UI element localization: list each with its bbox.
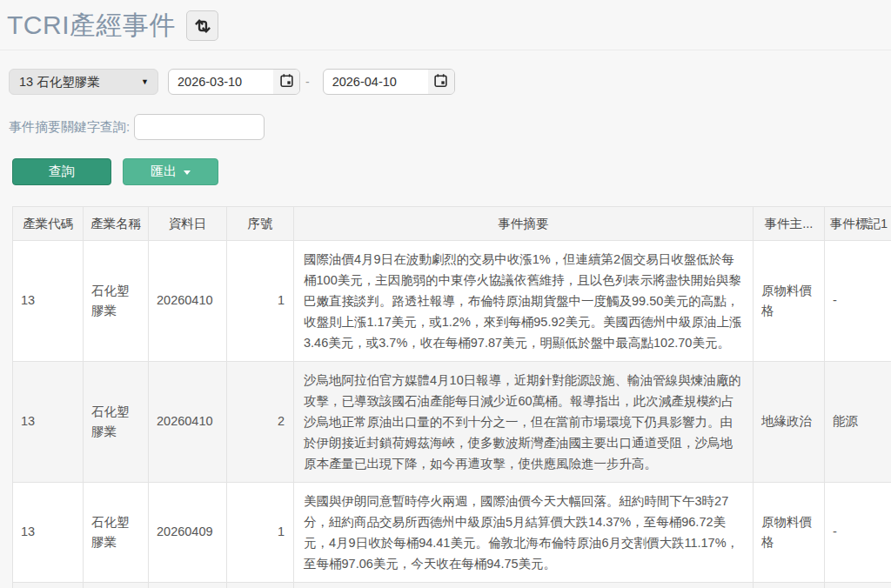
cell-industry: 石化塑膠業 — [84, 241, 149, 362]
cell-date: 20260410 — [149, 362, 227, 483]
keyword-row: 事件摘要關鍵字查詢: — [9, 114, 891, 140]
header-industry-code: 產業代碼 — [13, 207, 84, 241]
keyword-label: 事件摘要關鍵字查詢: — [9, 119, 130, 136]
date-from-input[interactable] — [169, 70, 273, 94]
cell-tag1: - — [825, 483, 891, 583]
cell-code: 13 — [13, 241, 84, 362]
chevron-down-icon — [184, 170, 191, 175]
export-button[interactable]: 匯出 — [123, 158, 218, 185]
export-button-label: 匯出 — [151, 164, 177, 180]
header-seq: 序號 — [227, 207, 294, 241]
cell-tag1: 能源 — [825, 362, 891, 483]
date-range-separator: - — [305, 75, 310, 89]
cell-summary: 高盛表示，若荷姆茲海峽再關閉一個月，今年的布蘭特原油均價預料將突破每桶100美元… — [294, 583, 754, 588]
event-table-wrap: 產業代碼 產業名稱 資料日 序號 事件摘要 事件主... 事件標記1 13石化塑… — [12, 206, 891, 588]
table-row: 13石化塑膠業202604101國際油價4月9日在波動劇烈的交易中收漲1%，但連… — [13, 241, 891, 362]
cell-tag1: 能源 — [825, 583, 891, 588]
table-row: 13石化塑膠業202604091美國與伊朗同意暫時停火兩週，國際油價今天大幅回落… — [13, 483, 891, 583]
query-button[interactable]: 查詢 — [12, 158, 111, 185]
industry-select[interactable]: 13 石化塑膠業 ▼ — [9, 69, 158, 95]
date-to-calendar-button[interactable] — [428, 70, 454, 94]
cell-subject: 原物料價格 — [754, 241, 825, 362]
page-title: TCRI產經事件 — [7, 8, 176, 43]
cell-code: 13 — [13, 583, 84, 588]
cell-seq: 2 — [227, 583, 294, 588]
cell-date: 20260409 — [149, 483, 227, 583]
table-header-row: 產業代碼 產業名稱 資料日 序號 事件摘要 事件主... 事件標記1 — [13, 207, 891, 241]
date-to-group — [323, 69, 455, 95]
cell-code: 13 — [13, 362, 84, 483]
cell-subject: 原物料價格 — [754, 483, 825, 583]
cell-industry: 石化塑膠業 — [84, 583, 149, 588]
cell-seq: 1 — [227, 483, 294, 583]
date-to-input[interactable] — [324, 70, 428, 94]
header-event-tag1: 事件標記1 — [825, 207, 891, 241]
event-table: 產業代碼 產業名稱 資料日 序號 事件摘要 事件主... 事件標記1 13石化塑… — [12, 206, 891, 588]
date-from-group — [168, 69, 300, 95]
date-from-calendar-button[interactable] — [273, 70, 299, 94]
cell-subject: 地緣政治 — [754, 583, 825, 588]
cell-industry: 石化塑膠業 — [84, 362, 149, 483]
refresh-button[interactable] — [186, 10, 218, 41]
header-industry-name: 產業名稱 — [84, 207, 149, 241]
header-event-subject: 事件主... — [754, 207, 825, 241]
keyword-input[interactable] — [134, 114, 265, 140]
industry-select-value: 13 石化塑膠業 — [19, 74, 141, 90]
cell-subject: 地緣政治 — [754, 362, 825, 483]
page-header: TCRI產經事件 — [0, 0, 891, 50]
cell-date: 20260410 — [149, 241, 227, 362]
cell-summary: 沙烏地阿拉伯官方媒體4月10日報導，近期針對能源設施、輸油管線與煉油廠的攻擊，已… — [294, 362, 754, 483]
header-event-summary: 事件摘要 — [294, 207, 754, 241]
cell-date: 20260409 — [149, 583, 227, 588]
cell-summary: 國際油價4月9日在波動劇烈的交易中收漲1%，但連續第2個交易日收盤低於每桶100… — [294, 241, 754, 362]
calendar-icon — [279, 73, 294, 91]
chevron-down-icon: ▼ — [141, 77, 149, 86]
header-data-date: 資料日 — [149, 207, 227, 241]
repeat-icon — [193, 17, 212, 36]
cell-summary: 美國與伊朗同意暫時停火兩週，國際油價今天大幅回落。紐約時間下午3時27分，紐約商… — [294, 483, 754, 583]
table-body: 13石化塑膠業202604101國際油價4月9日在波動劇烈的交易中收漲1%，但連… — [13, 241, 891, 588]
cell-seq: 2 — [227, 362, 294, 483]
cell-seq: 1 — [227, 241, 294, 362]
table-row: 13石化塑膠業202604092高盛表示，若荷姆茲海峽再關閉一個月，今年的布蘭特… — [13, 583, 891, 588]
calendar-icon — [433, 73, 448, 91]
cell-code: 13 — [13, 483, 84, 583]
cell-industry: 石化塑膠業 — [84, 483, 149, 583]
button-row: 查詢 匯出 — [12, 158, 891, 185]
filter-row: 13 石化塑膠業 ▼ - — [9, 69, 891, 95]
cell-tag1: - — [825, 241, 891, 362]
table-row: 13石化塑膠業202604102沙烏地阿拉伯官方媒體4月10日報導，近期針對能源… — [13, 362, 891, 483]
